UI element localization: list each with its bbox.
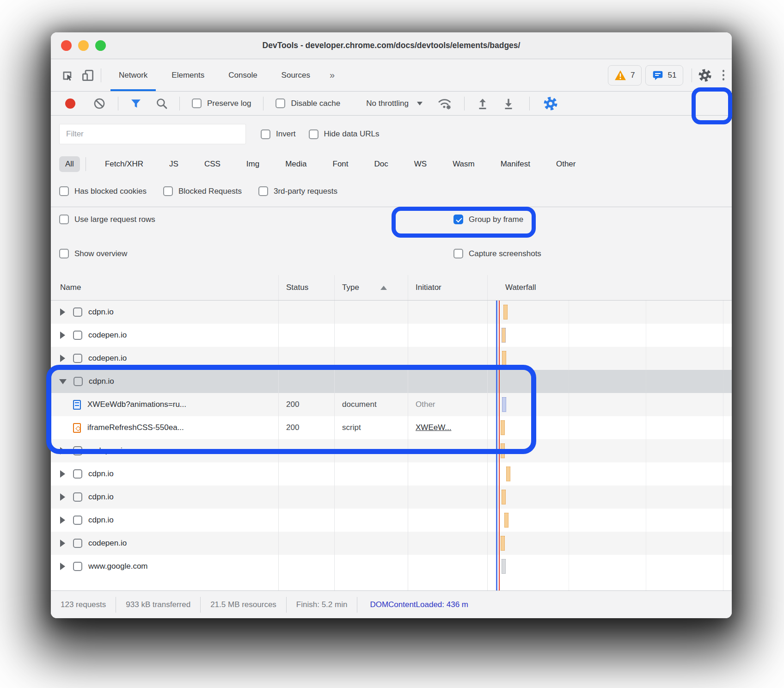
waterfall-bar xyxy=(504,513,508,528)
more-tabs-chevron[interactable]: » xyxy=(322,70,342,80)
tab-sources[interactable]: Sources xyxy=(270,59,322,91)
expander-collapsed-icon[interactable] xyxy=(60,308,65,316)
type-filter-manifest[interactable]: Manifest xyxy=(495,156,536,172)
filter-option-has-blocked-cookies[interactable]: Has blocked cookies xyxy=(59,186,147,196)
frame-icon xyxy=(73,562,82,571)
frame-row[interactable]: cdpn.io xyxy=(51,485,732,509)
type-cell xyxy=(335,347,408,370)
request-name: iframeRefreshCSS-550ea... xyxy=(87,423,184,432)
expander-collapsed-icon[interactable] xyxy=(60,332,65,339)
filler-cell xyxy=(488,578,732,590)
filler-cell xyxy=(335,578,408,590)
tab-console[interactable]: Console xyxy=(216,59,269,91)
hide-data-urls-checkbox[interactable] xyxy=(309,129,318,139)
checkbox[interactable] xyxy=(59,249,69,258)
frame-icon xyxy=(73,516,82,525)
column-header-type[interactable]: Type xyxy=(335,275,408,300)
filter-option-3rd-party-requests[interactable]: 3rd-party requests xyxy=(258,186,337,196)
type-filter-doc[interactable]: Doc xyxy=(368,156,394,172)
name-cell: XWEeWdb?animations=ru... xyxy=(51,393,279,416)
expander-collapsed-icon[interactable] xyxy=(60,516,65,524)
expander-collapsed-icon[interactable] xyxy=(60,447,65,455)
frame-row[interactable]: codepen.io xyxy=(51,532,732,555)
clear-icon[interactable] xyxy=(93,97,106,110)
device-toolbar-icon[interactable] xyxy=(78,65,98,86)
type-filter-fetch-xhr[interactable]: Fetch/XHR xyxy=(99,156,149,172)
waterfall-cell xyxy=(488,347,732,370)
throttling-select[interactable]: No throttling xyxy=(366,99,409,108)
customize-menu-icon[interactable] xyxy=(715,70,732,80)
frame-row[interactable]: cdpn.io xyxy=(51,301,732,324)
import-har-icon[interactable] xyxy=(476,97,490,111)
tab-network[interactable]: Network xyxy=(107,59,159,91)
type-filter-other[interactable]: Other xyxy=(550,156,582,172)
type-filter-css[interactable]: CSS xyxy=(198,156,227,172)
setting-group-by-frame[interactable]: Group by frame xyxy=(453,215,523,224)
expander-collapsed-icon[interactable] xyxy=(60,540,65,547)
waterfall-bar xyxy=(501,420,505,435)
warnings-badge[interactable]: 7 xyxy=(608,65,641,86)
frame-row[interactable]: codepen.io xyxy=(51,324,732,347)
frame-row[interactable]: cdpn.io xyxy=(51,370,732,393)
initiator-cell xyxy=(408,555,488,578)
expander-collapsed-icon[interactable] xyxy=(60,563,65,570)
setting-capture-screenshots[interactable]: Capture screenshots xyxy=(453,249,541,258)
filter-option-blocked-requests[interactable]: Blocked Requests xyxy=(163,186,242,196)
checkbox[interactable] xyxy=(453,249,463,258)
status-cell: 200 xyxy=(279,416,335,439)
search-icon[interactable] xyxy=(155,97,168,110)
checkbox[interactable] xyxy=(258,186,268,196)
expander-collapsed-icon[interactable] xyxy=(60,355,65,362)
invert-checkbox[interactable] xyxy=(261,129,270,139)
waterfall-cell xyxy=(488,509,732,532)
initiator-link[interactable]: XWEeW... xyxy=(416,423,451,432)
preserve-log-checkbox[interactable] xyxy=(192,98,202,108)
type-filter-media[interactable]: Media xyxy=(279,156,312,172)
setting-use-large-request-rows[interactable]: Use large request rows xyxy=(59,215,155,224)
setting-label: Use large request rows xyxy=(74,215,155,224)
type-filter-js[interactable]: JS xyxy=(163,156,184,172)
filter-input[interactable] xyxy=(59,124,246,144)
messages-badge[interactable]: 51 xyxy=(645,65,683,86)
request-row[interactable]: iframeRefreshCSS-550ea...200scriptXWEeW.… xyxy=(51,416,732,439)
column-header-waterfall[interactable]: Waterfall xyxy=(488,275,732,300)
column-header-initiator[interactable]: Initiator xyxy=(408,275,488,300)
devtools-settings-gear-icon[interactable] xyxy=(695,65,715,86)
frame-row[interactable]: cdpn.io xyxy=(51,462,732,485)
status-cell xyxy=(279,347,335,370)
column-header-status[interactable]: Status xyxy=(279,275,335,300)
tab-elements[interactable]: Elements xyxy=(159,59,216,91)
network-conditions-icon[interactable] xyxy=(437,97,453,111)
expander-collapsed-icon[interactable] xyxy=(60,493,65,501)
frame-row[interactable]: codepen.io xyxy=(51,439,732,462)
type-filter-wasm[interactable]: Wasm xyxy=(447,156,481,172)
checkbox[interactable] xyxy=(59,186,69,196)
column-header-name[interactable]: Name xyxy=(51,275,279,300)
expander-expanded-icon[interactable] xyxy=(59,379,67,384)
request-name: cdpn.io xyxy=(89,377,114,386)
initiator-cell xyxy=(408,532,488,555)
type-filter-font[interactable]: Font xyxy=(327,156,355,172)
record-icon[interactable] xyxy=(65,98,75,109)
filter-funnel-icon[interactable] xyxy=(129,97,142,110)
checkbox[interactable] xyxy=(163,186,173,196)
inspect-cursor-icon[interactable] xyxy=(57,65,78,86)
frame-row[interactable]: codepen.io xyxy=(51,347,732,370)
type-filter-all[interactable]: All xyxy=(59,156,80,172)
disable-cache-checkbox[interactable] xyxy=(276,98,285,108)
checkbox[interactable] xyxy=(453,215,463,224)
frame-row[interactable]: www.google.com xyxy=(51,555,732,578)
setting-show-overview[interactable]: Show overview xyxy=(59,249,127,258)
type-filter-img[interactable]: Img xyxy=(240,156,265,172)
type-filter-ws[interactable]: WS xyxy=(408,156,433,172)
checkbox[interactable] xyxy=(59,215,69,224)
network-settings-gear-icon[interactable] xyxy=(543,96,558,111)
request-row[interactable]: XWEeWdb?animations=ru...200documentOther xyxy=(51,393,732,416)
expander-collapsed-icon[interactable] xyxy=(60,470,65,478)
name-cell: cdpn.io xyxy=(51,370,279,393)
name-cell: cdpn.io xyxy=(51,301,279,324)
frame-row[interactable]: cdpn.io xyxy=(51,509,732,532)
filler-cell xyxy=(51,578,279,590)
initiator-cell xyxy=(408,370,488,393)
export-har-icon[interactable] xyxy=(502,97,515,111)
